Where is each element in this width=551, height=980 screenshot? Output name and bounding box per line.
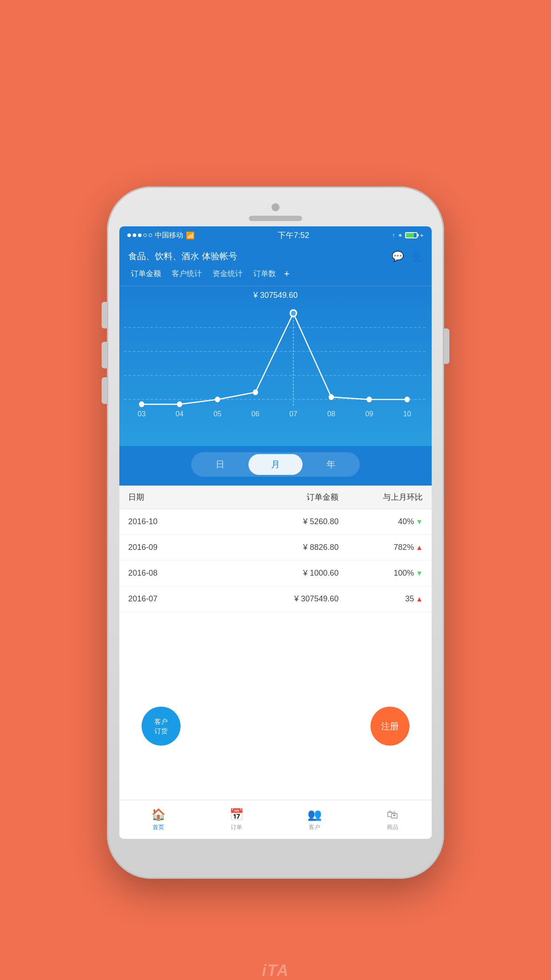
header-date: 日期 [128,492,213,502]
dot5 [149,233,152,237]
table-header: 日期 订单金额 与上月环比 [119,486,432,509]
nav-home-label: 首页 [153,823,164,831]
period-year[interactable]: 年 [304,454,358,475]
nav-customers[interactable]: 👥 客户 [276,800,354,839]
svg-point-6 [177,402,182,407]
table-row: 2016-08 ¥ 1000.60 100% ▼ [119,561,432,586]
row2-amount: ¥ 8826.80 [213,543,339,552]
table-row: 2016-09 ¥ 8826.80 782% ▲ [119,535,432,561]
chat-icon[interactable]: 💬 [392,251,404,262]
arrow-up-icon: ▲ [416,544,423,552]
row2-date: 2016-09 [128,543,213,552]
wifi-icon: 📶 [186,231,195,240]
location-icon: ↑ [392,232,395,239]
svg-point-10 [329,395,334,399]
svg-text:08: 08 [327,409,335,418]
app-header-title: 食品、饮料、酒水 体验帐号 [128,250,237,262]
phone-top-details [249,203,302,221]
status-time: 下午7:52 [278,230,309,241]
nav-home[interactable]: 🏠 首页 [119,800,197,839]
svg-text:05: 05 [213,409,221,418]
customers-icon: 👥 [307,808,322,822]
svg-text:03: 03 [138,409,146,418]
row1-amount: ¥ 5260.80 [213,517,339,526]
tab-fund-stats[interactable]: 资金统计 [207,267,248,281]
user-icon[interactable]: 👤 [411,251,423,262]
float-register-button[interactable]: 注册 [370,707,409,746]
tab-customer-stats[interactable]: 客户统计 [166,267,207,281]
chart-svg-container: 03 04 05 06 07 08 09 10 [124,304,427,423]
period-selector: 日 月 年 [119,446,432,486]
register-button-label: 注册 [381,720,399,732]
status-bar: 中国移动 📶 下午7:52 ↑ ∗ + [119,226,432,244]
row2-change: 782% ▲ [338,543,423,552]
orders-icon: 📅 [229,808,244,822]
products-icon: 🛍 [387,808,398,822]
signal-dots [127,233,152,237]
period-month[interactable]: 月 [248,454,302,475]
arrow-down-icon: ▼ [416,518,423,526]
status-right: ↑ ∗ + [392,232,424,239]
app-header: 食品、饮料、酒水 体验帐号 💬 👤 [119,244,432,267]
dot2 [133,233,136,237]
phone-camera [272,203,279,211]
svg-point-8 [253,390,258,395]
nav-customers-label: 客户 [309,823,320,831]
watermark: iTA [262,961,289,980]
svg-text:04: 04 [176,409,184,418]
row4-date: 2016-07 [128,594,213,604]
home-icon: 🏠 [151,808,165,822]
header-amount: 订单金额 [213,492,339,502]
chart-area: ¥ 307549.60 [119,286,432,446]
svg-point-5 [139,402,144,407]
bluetooth-icon: ∗ [398,232,402,238]
phone-screen: 中国移动 📶 下午7:52 ↑ ∗ + 食品、饮料、酒水 体验帐号 💬 👤 [119,226,432,839]
nav-orders[interactable]: 📅 订单 [197,800,276,839]
svg-text:09: 09 [365,409,373,418]
svg-text:07: 07 [289,409,297,418]
nav-orders-label: 订单 [231,823,242,831]
row1-change: 40% ▼ [338,517,423,526]
svg-text:06: 06 [252,409,260,418]
add-tab-button[interactable]: + [284,268,290,280]
battery-fill [406,233,414,237]
row4-amount: ¥ 307549.60 [213,594,339,604]
row3-amount: ¥ 1000.60 [213,569,339,578]
data-table: 日期 订单金额 与上月环比 2016-10 ¥ 5260.80 40% ▼ 20… [119,486,432,612]
svg-point-7 [215,397,220,402]
dot3 [138,233,142,237]
tab-order-count[interactable]: 订单数 [248,267,281,281]
phone-speaker [249,216,302,221]
carrier-name: 中国移动 [155,231,183,240]
table-row: 2016-10 ¥ 5260.80 40% ▼ [119,509,432,535]
dot4 [143,233,147,237]
row3-change: 100% ▼ [338,569,423,578]
svg-point-12 [405,397,409,402]
header-change: 与上月环比 [338,492,423,502]
row1-date: 2016-10 [128,517,213,526]
arrow-up-icon: ▲ [416,595,423,603]
app-header-icons: 💬 👤 [392,251,423,262]
bottom-nav: 🏠 首页 📅 订单 👥 客户 🛍 商品 [119,800,432,839]
status-left: 中国移动 📶 [127,231,195,240]
battery [405,232,417,238]
charging-icon: + [420,232,424,239]
svg-point-11 [367,397,371,402]
nav-products-label: 商品 [387,823,398,831]
float-customer-button[interactable]: 客户订货 [142,707,181,746]
row4-change: 35 ▲ [338,594,423,604]
row3-date: 2016-08 [128,569,213,578]
svg-text:10: 10 [403,409,411,418]
period-pills: 日 月 年 [191,452,360,477]
svg-point-9 [290,310,296,316]
table-row: 2016-07 ¥ 307549.60 35 ▲ [119,586,432,612]
tab-order-amount[interactable]: 订单金额 [126,267,166,281]
chart-value-label: ¥ 307549.60 [124,291,427,300]
period-day[interactable]: 日 [193,454,247,475]
arrow-down-icon: ▼ [416,569,423,577]
dot1 [127,233,131,237]
customer-button-label: 客户订货 [154,717,168,735]
phone-mockup: 中国移动 📶 下午7:52 ↑ ∗ + 食品、饮料、酒水 体验帐号 💬 👤 [107,186,444,879]
nav-products[interactable]: 🛍 商品 [354,800,432,839]
nav-tabs: 订单金额 客户统计 资金统计 订单数 + [119,267,432,286]
